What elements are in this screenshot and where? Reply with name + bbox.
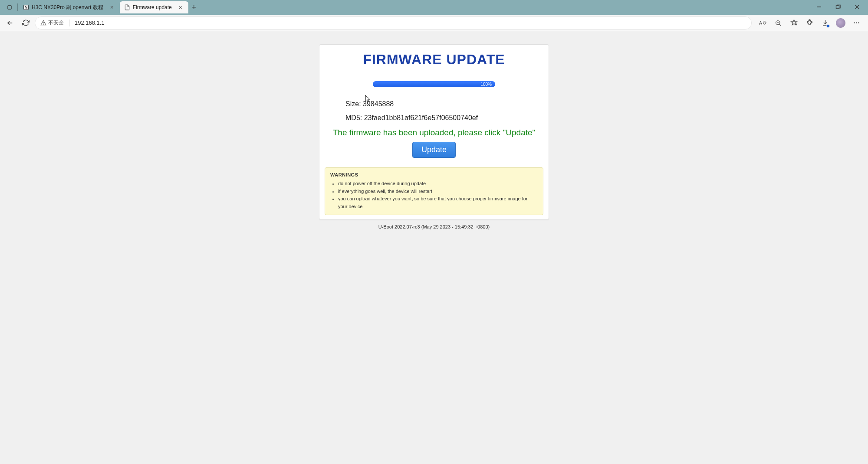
footer-text: U-Boot 2022.07-rc3 (May 29 2023 - 15:49:… xyxy=(0,224,868,229)
status-text: The firmware has been uploaded, please c… xyxy=(319,128,549,137)
warnings-list: do not power off the device during updat… xyxy=(330,180,538,210)
tab-title: H3C NX30Pro 刷 openwrt 教程 xyxy=(32,4,103,11)
close-window-button[interactable] xyxy=(853,4,861,11)
warnings-box: WARNINGS do not power off the device dur… xyxy=(325,167,543,215)
tab-actions-button[interactable] xyxy=(3,2,16,13)
size-label: Size: xyxy=(345,100,361,108)
downloads-icon[interactable] xyxy=(820,18,830,28)
new-tab-button[interactable]: + xyxy=(188,2,200,13)
address-bar[interactable]: 不安全 192.168.1.1 xyxy=(35,16,752,29)
svg-rect-3 xyxy=(836,6,839,9)
refresh-button[interactable] xyxy=(19,16,32,29)
minimize-button[interactable] xyxy=(815,4,823,11)
svg-point-14 xyxy=(856,22,857,23)
security-indicator[interactable]: 不安全 xyxy=(40,19,64,26)
page-viewport: FIRMWARE UPDATE 100% Size: 39845888 MD5:… xyxy=(0,31,868,464)
progress-bar: 100% xyxy=(373,81,495,87)
file-icon xyxy=(124,4,130,10)
favorites-icon[interactable] xyxy=(789,18,799,28)
close-icon[interactable]: × xyxy=(177,4,184,11)
toolbar-right xyxy=(754,18,865,28)
page-title: FIRMWARE UPDATE xyxy=(319,45,549,73)
warning-item: if everything goes well, the device will… xyxy=(338,188,538,196)
tab-title: Firmware update xyxy=(133,4,172,10)
md5-row: MD5: 23faed1bb81af621f6e57f06500740ef xyxy=(345,114,523,122)
back-button[interactable] xyxy=(3,16,16,29)
md5-label: MD5: xyxy=(345,114,362,121)
warning-item: do not power off the device during updat… xyxy=(338,180,538,188)
progress-container: 100% xyxy=(319,73,549,87)
progress-label: 100% xyxy=(480,82,492,87)
warning-item: you can upload whatever you want, so be … xyxy=(338,195,538,210)
svg-point-5 xyxy=(43,24,44,24)
update-button[interactable]: Update xyxy=(412,142,456,158)
zoom-icon[interactable] xyxy=(773,18,783,28)
svg-point-15 xyxy=(858,22,859,23)
divider xyxy=(69,20,69,26)
firmware-info: Size: 39845888 MD5: 23faed1bb81af621f6e5… xyxy=(319,87,549,122)
divider xyxy=(17,3,18,11)
md5-value: 23faed1bb81af621f6e57f06500740ef xyxy=(364,114,478,121)
svg-rect-0 xyxy=(8,6,11,9)
url-text: 192.168.1.1 xyxy=(75,20,105,26)
size-value: 39845888 xyxy=(363,100,394,108)
button-row: Update xyxy=(319,140,549,167)
firmware-card: FIRMWARE UPDATE 100% Size: 39845888 MD5:… xyxy=(319,44,549,220)
maximize-button[interactable] xyxy=(834,4,842,11)
download-badge xyxy=(826,24,830,28)
close-icon[interactable]: × xyxy=(108,4,115,11)
security-label: 不安全 xyxy=(48,19,64,26)
window-controls xyxy=(815,4,865,11)
size-row: Size: 39845888 xyxy=(345,100,523,108)
extensions-icon[interactable] xyxy=(805,18,814,28)
browser-nav-bar: 不安全 192.168.1.1 xyxy=(0,15,868,31)
svg-line-7 xyxy=(779,24,781,25)
read-aloud-icon[interactable] xyxy=(758,18,767,28)
notion-icon xyxy=(23,4,29,10)
svg-point-13 xyxy=(854,22,855,23)
profile-avatar[interactable] xyxy=(836,18,845,28)
tab-h3c-nx30pro[interactable]: H3C NX30Pro 刷 openwrt 教程 × xyxy=(19,1,120,13)
browser-tab-strip: H3C NX30Pro 刷 openwrt 教程 × Firmware upda… xyxy=(0,0,868,15)
more-menu-icon[interactable] xyxy=(852,18,861,28)
tab-firmware-update[interactable]: Firmware update × xyxy=(120,1,188,13)
warning-icon xyxy=(40,20,46,26)
warnings-heading: WARNINGS xyxy=(330,172,538,177)
